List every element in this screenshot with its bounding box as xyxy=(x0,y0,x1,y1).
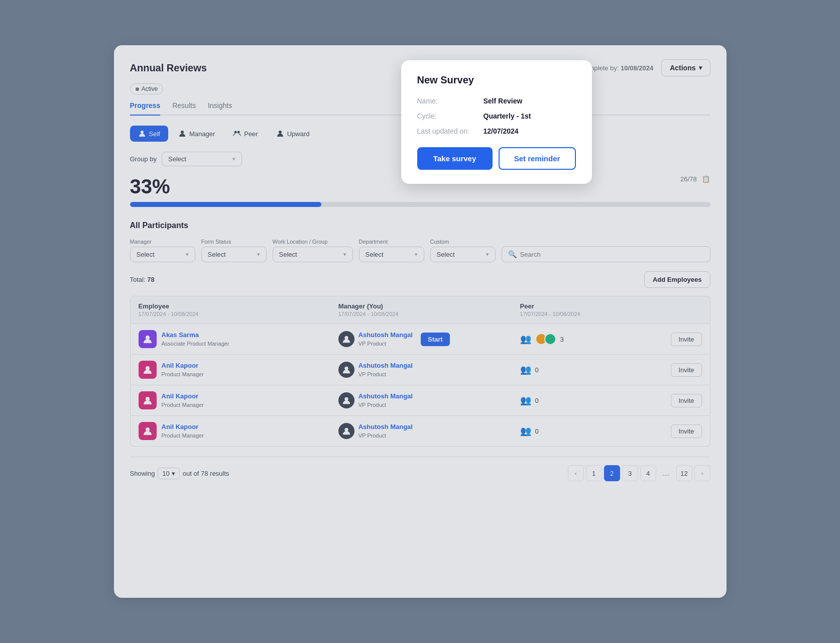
take-survey-button[interactable]: Take survey xyxy=(417,147,493,170)
set-reminder-button[interactable]: Set reminder xyxy=(499,147,576,170)
modal-cycle-value: Quarterly - 1st xyxy=(484,112,531,120)
main-card: Annual Reviews Complete by: 10/08/2024 A… xyxy=(114,45,727,598)
modal-cycle-label: Cycle: xyxy=(417,112,477,120)
modal-updated-field: Last updated on: 12/07/2024 xyxy=(417,127,576,135)
modal-updated-value: 12/07/2024 xyxy=(484,127,519,135)
modal-name-label: Name: xyxy=(417,97,477,105)
modal-buttons: Take survey Set reminder xyxy=(417,147,576,170)
modal-cycle-field: Cycle: Quarterly - 1st xyxy=(417,112,576,120)
modal-name-field: Name: Self Review xyxy=(417,97,576,105)
modal-title: New Survey xyxy=(417,74,576,86)
modal-name-value: Self Review xyxy=(484,97,523,105)
modal-updated-label: Last updated on: xyxy=(417,127,477,135)
new-survey-modal: New Survey Name: Self Review Cycle: Quar… xyxy=(401,60,592,184)
